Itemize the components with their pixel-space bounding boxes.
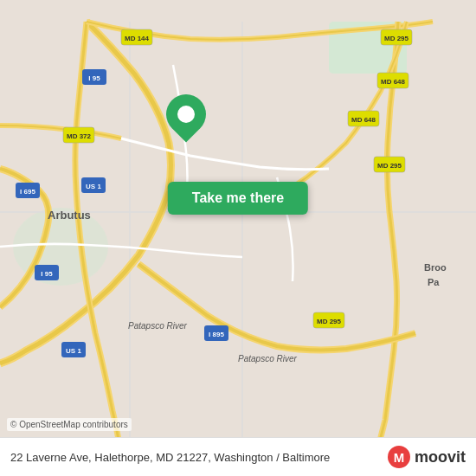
svg-text:I 95: I 95 (88, 74, 100, 82)
svg-text:Broo: Broo (424, 262, 447, 273)
svg-text:I 895: I 895 (209, 331, 224, 338)
moovit-logo: M moovit (387, 445, 466, 469)
svg-text:MD 295: MD 295 (317, 318, 342, 325)
svg-text:US 1: US 1 (66, 347, 81, 355)
svg-text:MD 372: MD 372 (67, 132, 92, 140)
svg-text:M: M (394, 450, 405, 465)
map-svg: I 695 I 95 I 95 US 1 US 1 MD 144 MD 372 … (0, 0, 476, 476)
svg-text:MD 295: MD 295 (384, 35, 409, 42)
svg-text:Arbutus: Arbutus (48, 209, 91, 222)
moovit-brand-text: moovit (415, 448, 466, 466)
location-pin (166, 94, 206, 134)
svg-text:MD 144: MD 144 (125, 35, 150, 42)
svg-text:US 1: US 1 (86, 183, 101, 190)
map-container: I 695 I 95 I 95 US 1 US 1 MD 144 MD 372 … (0, 0, 476, 476)
svg-text:MD 648: MD 648 (351, 116, 376, 124)
svg-text:I 95: I 95 (41, 270, 53, 278)
svg-text:Patapsco River: Patapsco River (128, 321, 187, 331)
svg-text:MD 295: MD 295 (377, 162, 402, 170)
svg-text:I 695: I 695 (20, 188, 35, 196)
take-me-there-button[interactable]: Take me there (168, 182, 308, 215)
info-bar: 22 Laverne Ave, Halethorpe, MD 21227, Wa… (0, 437, 476, 476)
svg-text:Pa: Pa (428, 277, 440, 287)
moovit-icon: M (387, 445, 411, 469)
svg-text:MD 648: MD 648 (381, 78, 406, 86)
address-text: 22 Laverne Ave, Halethorpe, MD 21227, Wa… (10, 451, 387, 464)
svg-text:Patapsco River: Patapsco River (238, 354, 297, 363)
osm-attribution: © OpenStreetMap contributors (7, 418, 132, 431)
